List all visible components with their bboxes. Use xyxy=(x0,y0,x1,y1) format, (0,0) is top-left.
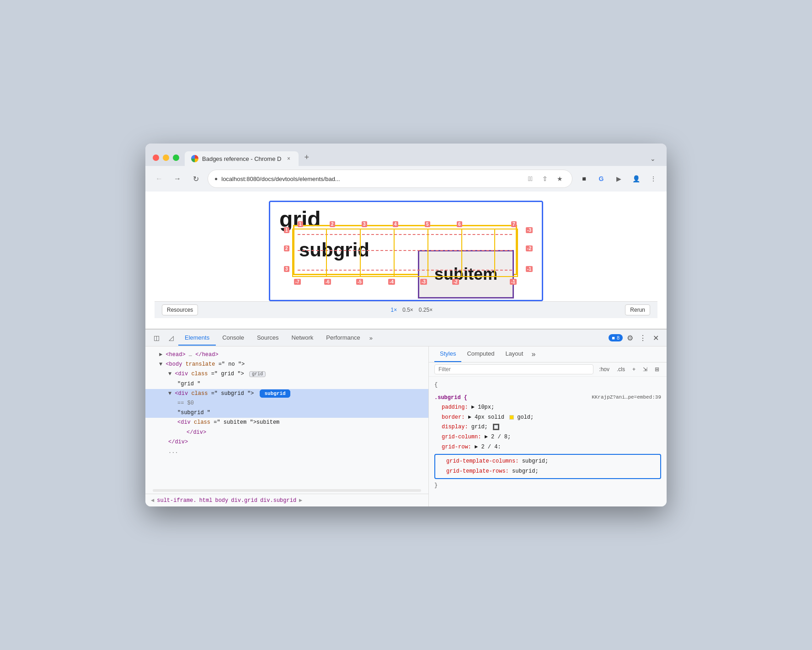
subgrid-close: </div> xyxy=(145,437,428,447)
grid-text-node: "grid " xyxy=(145,379,428,389)
grid-num-left-3: 3 xyxy=(284,266,289,272)
styles-more-tabs[interactable]: » xyxy=(529,346,538,362)
resources-button[interactable]: Resources xyxy=(162,304,198,315)
settings-icon[interactable]: ⚙ xyxy=(623,330,637,346)
css-prop-display: display: grid; xyxy=(434,422,661,432)
breadcrumb-divgrid[interactable]: div.grid xyxy=(231,497,257,504)
devtools-close-button[interactable]: ✕ xyxy=(648,330,663,346)
tab-elements[interactable]: Elements xyxy=(178,330,216,346)
tab-sources[interactable]: Sources xyxy=(251,330,285,346)
grid-num-top-3: 3 xyxy=(362,221,367,227)
filter-input[interactable] xyxy=(434,364,593,374)
breadcrumb-iframe[interactable]: sult-iframe. xyxy=(157,497,196,504)
plus-button[interactable]: + xyxy=(630,365,637,373)
menu-icon[interactable]: ⋮ xyxy=(647,173,659,185)
tab-title: Badges reference - Chrome D xyxy=(202,155,281,162)
new-tab-button[interactable]: + xyxy=(300,149,313,166)
refresh-button[interactable]: ↻ xyxy=(189,172,202,185)
breadcrumb-back-icon[interactable]: ◀ xyxy=(151,497,154,504)
address-text: localhost:8080/docs/devtools/elements/ba… xyxy=(221,176,521,182)
elements-panel: ► <head> … </head> ▼ <body translate =" … xyxy=(145,346,429,506)
grid-num-right-m3: -3 xyxy=(526,227,533,233)
tab-computed[interactable]: Computed xyxy=(461,346,500,362)
grid-num-top-5: 5 xyxy=(425,221,430,227)
body-element[interactable]: ▼ <body translate =" no "> xyxy=(145,360,428,369)
css-rule-subgrid: .subgrid { KKrajpZ?ani…pe=embed:39 paddi… xyxy=(434,393,661,491)
close-traffic-light[interactable] xyxy=(153,155,159,161)
dollar-zero: == $0 xyxy=(145,399,428,408)
grid-num-top-6: 6 xyxy=(457,221,462,227)
grid-num-bot-7: -7 xyxy=(294,279,301,285)
hov-button[interactable]: :hov xyxy=(597,365,611,373)
page-content: grid 1 2 3 4 5 6 7 -7 xyxy=(145,192,667,329)
address-actions: 👁̸ ⇧ ★ xyxy=(524,173,566,185)
div-subitem-element[interactable]: <div class =" subitem ">subitem xyxy=(145,418,428,427)
devtools-tabbar: ◫ ◿ Elements Console Sources Network Per… xyxy=(145,330,667,346)
styles-content: { .subgrid { KKrajpZ?ani…pe=embed:39 pad… xyxy=(429,377,667,506)
breadcrumb-body[interactable]: body xyxy=(215,497,228,504)
zoom-controls: 1× 0.5× 0.25× xyxy=(390,307,433,313)
zoom-05x[interactable]: 0.5× xyxy=(402,307,413,313)
subitem-text: subitem xyxy=(434,265,497,284)
tab-network[interactable]: Network xyxy=(285,330,320,346)
maximize-traffic-light[interactable] xyxy=(173,155,179,161)
kebab-menu-icon[interactable]: ⋮ xyxy=(637,330,648,346)
div-grid-element[interactable]: ▼ <div class =" grid "> grid xyxy=(145,369,428,379)
title-bar: Badges reference - Chrome D × + ⌄ xyxy=(145,144,667,166)
active-tab[interactable]: Badges reference - Chrome D × xyxy=(185,151,299,166)
profile-icon[interactable]: ▶ xyxy=(613,173,625,185)
grid-num-left-1: 1 xyxy=(284,227,289,233)
grid-num-top-4: 4 xyxy=(393,221,398,227)
tab-console[interactable]: Console xyxy=(216,330,251,346)
chat-badge[interactable]: ■ 8 xyxy=(609,334,623,341)
back-button[interactable]: ← xyxy=(153,172,166,185)
user-icon[interactable]: 👤 xyxy=(630,173,642,185)
subitem-box: subitem xyxy=(418,250,514,298)
copy-styles-button[interactable]: ⇲ xyxy=(641,365,649,373)
zoom-025x[interactable]: 0.25× xyxy=(419,307,433,313)
breadcrumb-divsubgrid[interactable]: div.subgrid xyxy=(260,497,296,504)
toggle-sidebar-button[interactable]: ⊞ xyxy=(653,365,661,373)
bookmark-icon[interactable]: ★ xyxy=(554,173,566,185)
grid-num-right-m2: -2 xyxy=(526,245,533,251)
gold-color-swatch[interactable] xyxy=(509,415,514,420)
device-icon[interactable]: ◿ xyxy=(164,330,178,346)
grid-num-bot-2: -2 xyxy=(452,279,459,285)
inspect-icon[interactable]: ◫ xyxy=(149,330,164,346)
extensions-icon[interactable]: ◾ xyxy=(578,173,590,185)
browser-window: Badges reference - Chrome D × + ⌄ ← → ↻ … xyxy=(145,144,667,506)
google-icon[interactable]: G xyxy=(595,173,607,185)
css-prop-border: border: ► 4px solid gold; xyxy=(434,413,661,423)
tab-performance[interactable]: Performance xyxy=(320,330,366,346)
head-element[interactable]: ► <head> … </head> xyxy=(145,350,428,360)
css-prop-grid-column: grid-column: ► 2 / 8; xyxy=(434,432,661,442)
css-source[interactable]: KKrajpZ?ani…pe=embed:39 xyxy=(592,393,661,402)
cls-button[interactable]: .cls xyxy=(615,365,627,373)
tab-dropdown-button[interactable]: ⌄ xyxy=(646,151,659,166)
forward-button[interactable]: → xyxy=(171,172,184,185)
grid-num-right-m1: -1 xyxy=(526,266,533,272)
breadcrumb-html[interactable]: html xyxy=(199,497,213,504)
rerun-button[interactable]: Rerun xyxy=(625,304,650,315)
zoom-1x[interactable]: 1× xyxy=(390,307,397,313)
tab-layout[interactable]: Layout xyxy=(500,346,529,362)
chrome-icon xyxy=(191,155,198,162)
tab-close-button[interactable]: × xyxy=(285,155,292,162)
grid-num-bot-1: -1 xyxy=(510,279,517,285)
more-elements: ... xyxy=(145,447,428,457)
address-input[interactable]: ● localhost:8080/docs/devtools/elements/… xyxy=(208,170,572,188)
grid-num-bot-3: -3 xyxy=(420,279,427,285)
eye-slash-icon[interactable]: 👁̸ xyxy=(524,173,536,185)
breadcrumb-forward-icon[interactable]: ▶ xyxy=(299,497,302,504)
share-icon[interactable]: ⇧ xyxy=(539,173,551,185)
grid-num-top-7: 7 xyxy=(511,221,517,227)
more-tabs-button[interactable]: » xyxy=(367,331,375,345)
css-prop-grid-template-columns: grid-template-columns: subgrid; xyxy=(439,457,657,467)
tab-styles[interactable]: Styles xyxy=(434,346,461,362)
css-selector: .subgrid { xyxy=(434,394,467,401)
minimize-traffic-light[interactable] xyxy=(163,155,169,161)
horizontal-scrollbar[interactable] xyxy=(153,489,421,492)
subgrid-text-node: "subgrid " xyxy=(145,408,428,418)
grid-demo: grid 1 2 3 4 5 6 7 -7 xyxy=(269,201,543,301)
div-subgrid-element[interactable]: ▼ <div class =" subgrid "> subgrid xyxy=(145,389,428,399)
